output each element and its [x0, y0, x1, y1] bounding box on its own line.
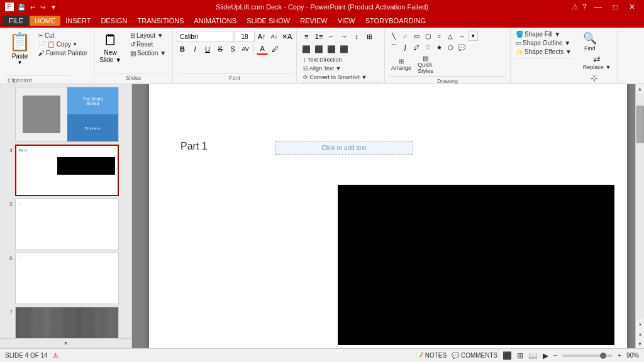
bold-btn[interactable]: B: [177, 43, 188, 55]
reset-button[interactable]: ↺ Reset: [128, 40, 169, 48]
align-text-btn[interactable]: ⊟ Align Text ▼: [301, 65, 343, 72]
slide-preview-6[interactable]: —: [15, 253, 119, 304]
slide-panel-scroll-down[interactable]: ▼: [0, 338, 131, 348]
shadow-btn[interactable]: S: [227, 43, 238, 55]
strikethrough-btn[interactable]: S: [214, 43, 226, 55]
scroll-next-page[interactable]: ▾: [636, 320, 645, 329]
shape-line[interactable]: ╲: [389, 31, 399, 41]
menu-slideshow[interactable]: SLIDE SHOW: [242, 16, 295, 26]
char-spacing-btn[interactable]: AV: [240, 43, 251, 55]
new-slide-button[interactable]: 🗒 NewSlide ▼: [97, 30, 124, 65]
slide-thumb-6[interactable]: 6 —: [5, 253, 126, 304]
shape-fill-btn[interactable]: 🪣 Shape Fill ▼: [513, 30, 574, 38]
zoom-level[interactable]: 90%: [626, 352, 639, 359]
comments-button[interactable]: 💬 COMMENTS: [452, 352, 497, 359]
quick-access-undo[interactable]: ↩: [30, 4, 35, 11]
menu-design[interactable]: DESIGN: [96, 16, 132, 26]
menu-storyboarding[interactable]: STORYBOARDING: [360, 16, 431, 26]
copy-button[interactable]: 📄 📋 Copy ▼: [36, 40, 90, 48]
scroll-down-btn[interactable]: ▼: [636, 339, 645, 348]
menu-view[interactable]: VIEW: [333, 16, 360, 26]
replace-button[interactable]: ⇄ Replace ▼: [580, 53, 613, 72]
paste-arrow[interactable]: ▼: [18, 60, 23, 65]
layout-button[interactable]: ⊟ Layout ▼: [128, 31, 169, 40]
shape-outline-btn[interactable]: ▭ Shape Outline ▼: [513, 39, 574, 47]
maximize-button[interactable]: □: [609, 3, 621, 11]
slide-thumb-4[interactable]: 4 Part 1: [5, 145, 126, 196]
menu-insert[interactable]: INSERT: [60, 16, 96, 26]
shape-curve[interactable]: ∫: [400, 42, 410, 52]
paste-button[interactable]: 📋 Paste ▼: [5, 30, 35, 67]
justify-btn[interactable]: ⬛: [338, 43, 350, 55]
quick-access-redo[interactable]: ↪: [40, 4, 45, 11]
bullet-list-btn[interactable]: ≡: [301, 31, 312, 42]
shape-heart[interactable]: ♡: [423, 42, 433, 52]
text-placeholder[interactable]: Click to add text: [275, 141, 413, 155]
slide-preview-5[interactable]: —: [15, 199, 119, 250]
clear-format-btn[interactable]: ✕A: [281, 31, 292, 42]
shape-arrow-line[interactable]: ⟋: [400, 31, 410, 41]
scroll-track[interactable]: [636, 93, 645, 319]
quick-access-more[interactable]: ▼: [50, 4, 57, 11]
slide-thumb-3[interactable]: The WorldAhead Business: [5, 87, 126, 142]
align-right-btn[interactable]: ⬛: [326, 43, 337, 55]
menu-review[interactable]: REVIEW: [295, 16, 332, 26]
arrange-button[interactable]: ⊞ Arrange: [389, 57, 414, 72]
shape-rounded-rect[interactable]: ▢: [423, 31, 433, 41]
shape-rect[interactable]: ▭: [411, 31, 421, 41]
columns-btn[interactable]: ⊞: [364, 31, 375, 42]
line-spacing-btn[interactable]: ↕: [351, 31, 362, 42]
numbered-list-btn[interactable]: 1≡: [313, 31, 325, 42]
format-painter-button[interactable]: 🖌 Format Painter: [36, 49, 90, 57]
minimize-button[interactable]: —: [591, 3, 606, 11]
shape-connector[interactable]: ⌒: [389, 42, 399, 52]
align-left-btn[interactable]: ⬛: [301, 43, 312, 55]
slide-canvas[interactable]: Part 1 Click to add text: [149, 84, 627, 348]
menu-animations[interactable]: ANIMATIONS: [189, 16, 242, 26]
shape-star[interactable]: ★: [434, 42, 444, 52]
shape-effects-btn[interactable]: ✨ Shape Effects ▼: [513, 48, 574, 56]
increase-font-btn[interactable]: A↑: [256, 31, 267, 42]
scroll-up-btn[interactable]: ▲: [636, 84, 645, 93]
close-button[interactable]: ✕: [625, 3, 639, 11]
increase-indent-btn[interactable]: →: [338, 31, 350, 42]
menu-home[interactable]: HOME: [30, 16, 60, 26]
text-highlight-btn[interactable]: 🖊: [269, 43, 280, 55]
font-name-input[interactable]: [177, 31, 233, 42]
view-slidesorter-btn[interactable]: ⊞: [517, 351, 523, 360]
menu-transitions[interactable]: TRANSITIONS: [133, 16, 189, 26]
shape-right-arrow[interactable]: →: [457, 31, 467, 41]
zoom-in-btn[interactable]: +: [618, 352, 621, 359]
section-button[interactable]: ▤ Section ▼: [128, 49, 169, 57]
slide-preview-3[interactable]: The WorldAhead Business: [15, 87, 119, 142]
copy-arrow[interactable]: ▼: [72, 41, 77, 47]
shape-triangle[interactable]: △: [445, 31, 455, 41]
shape-circle[interactable]: ○: [434, 31, 444, 41]
italic-btn[interactable]: I: [189, 43, 201, 55]
zoom-slider[interactable]: [562, 354, 613, 357]
notes-button[interactable]: 📝 NOTES: [416, 352, 447, 359]
view-normal-btn[interactable]: ⬛: [502, 351, 512, 360]
decrease-font-btn[interactable]: A↓: [269, 31, 280, 42]
underline-btn[interactable]: U: [202, 43, 213, 55]
font-color-btn[interactable]: A: [257, 43, 268, 55]
slide-thumb-5[interactable]: 5 —: [5, 199, 126, 250]
part1-text[interactable]: Part 1: [180, 141, 208, 152]
help-button[interactable]: ?: [582, 3, 587, 11]
quick-access-save[interactable]: 💾: [18, 4, 25, 11]
view-reading-btn[interactable]: 📖: [528, 351, 538, 360]
align-center-btn[interactable]: ⬛: [313, 43, 325, 55]
menu-file[interactable]: FILE: [3, 16, 30, 26]
find-button[interactable]: 🔍 Find: [580, 30, 599, 53]
shape-pentagon[interactable]: ⬠: [445, 42, 455, 52]
decrease-indent-btn[interactable]: ←: [326, 31, 337, 42]
shape-freeform[interactable]: 🖊: [411, 42, 421, 52]
zoom-out-btn[interactable]: −: [553, 352, 557, 359]
scroll-prev-page[interactable]: ▴: [636, 329, 645, 338]
view-slideshow-btn[interactable]: ▶: [543, 351, 548, 360]
font-size-input[interactable]: [235, 31, 255, 42]
slide-preview-4[interactable]: Part 1: [15, 145, 119, 196]
text-direction-btn[interactable]: ↕ Text Direction: [301, 56, 344, 63]
cut-button[interactable]: ✂ Cut: [36, 31, 90, 40]
shape-more[interactable]: ▼: [468, 31, 478, 41]
